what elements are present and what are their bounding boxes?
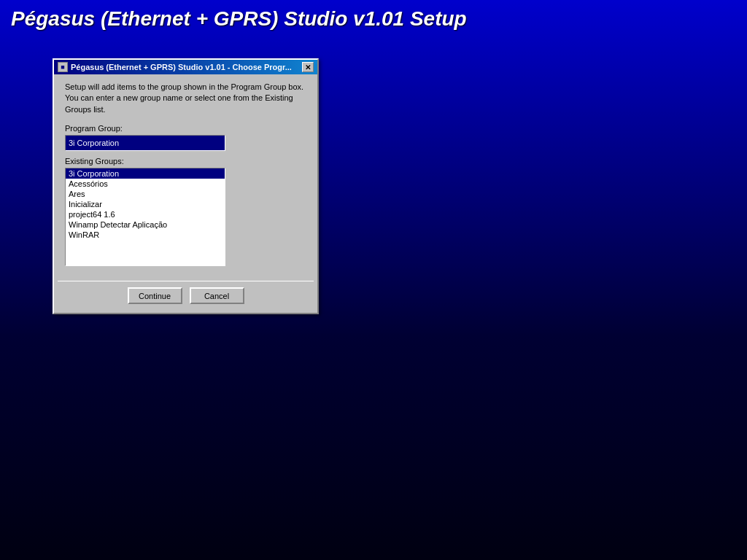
list-item[interactable]: Inicializar xyxy=(66,199,225,209)
program-group-input[interactable] xyxy=(65,135,225,151)
list-item[interactable]: 3i Corporation xyxy=(66,168,225,179)
dialog-title-text: Pégasus (Ethernet + GPRS) Studio v1.01 -… xyxy=(71,63,292,71)
existing-groups-label: Existing Groups: xyxy=(65,157,306,166)
cancel-button[interactable]: Cancel xyxy=(190,287,244,304)
page-title: Pégasus (Ethernet + GPRS) Studio v1.01 S… xyxy=(0,0,747,38)
dialog-title-icon: ■ xyxy=(58,62,68,72)
list-item[interactable]: Acessórios xyxy=(66,179,225,189)
close-button[interactable]: ✕ xyxy=(302,62,314,72)
dialog-description: Setup will add items to the group shown … xyxy=(65,82,306,115)
list-item[interactable]: Winamp Detectar Aplicação xyxy=(66,219,225,230)
dialog-titlebar: ■ Pégasus (Ethernet + GPRS) Studio v1.01… xyxy=(54,60,317,74)
list-item[interactable]: WinRAR xyxy=(66,230,225,240)
existing-groups-listbox[interactable]: 3i CorporationAcessóriosAresInicializarp… xyxy=(65,168,225,266)
list-item[interactable]: Ares xyxy=(66,189,225,199)
program-group-label: Program Group: xyxy=(65,124,306,133)
list-item[interactable]: project64 1.6 xyxy=(66,209,225,219)
continue-button[interactable]: Continue xyxy=(128,287,182,304)
dialog-window: ■ Pégasus (Ethernet + GPRS) Studio v1.01… xyxy=(53,58,319,314)
dialog-separator xyxy=(58,281,314,281)
